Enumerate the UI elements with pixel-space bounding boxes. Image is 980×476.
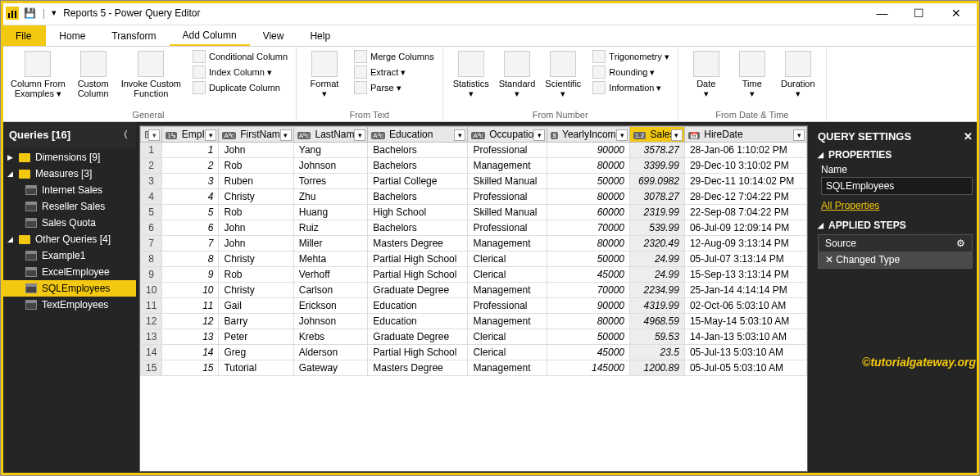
tab-transform[interactable]: Transform [98, 25, 169, 46]
query-name-input[interactable] [821, 177, 973, 195]
dropdown-icon[interactable]: ▾ [148, 129, 160, 141]
cell-lastname[interactable]: Johnson [293, 314, 368, 329]
cell-lastname[interactable]: Torres [293, 174, 368, 189]
cell-firstname[interactable]: John [219, 143, 293, 158]
cell-occupation[interactable]: Clerical [468, 252, 547, 267]
caret-icon[interactable]: ◢ [818, 151, 823, 159]
cell-occupation[interactable]: Management [468, 283, 547, 298]
cell-lastname[interactable]: Johnson [293, 158, 368, 174]
cell-empid[interactable]: 3 [162, 174, 219, 189]
filter-dropdown-icon[interactable]: ▾ [280, 129, 292, 141]
cell-hiredate[interactable]: 29-Dec-11 10:14:02 PM [684, 174, 806, 189]
row-number[interactable]: 12 [141, 314, 162, 329]
tab-home[interactable]: Home [46, 25, 98, 46]
cell-lastname[interactable]: Mehta [293, 252, 368, 267]
cell-yearlyincome[interactable]: 50000 [547, 329, 630, 345]
row-number[interactable]: 8 [141, 252, 162, 267]
cell-sales[interactable]: 2319.99 [630, 205, 685, 220]
cell-yearlyincome[interactable]: 80000 [547, 236, 630, 252]
qat-dropdown[interactable]: ▾ [52, 7, 57, 18]
table-row[interactable]: 66JohnRuizBachelorsProfessional70000539.… [141, 220, 807, 236]
data-table[interactable]: ⊞▾1²₃ EmpID▾Aᴮc FirstName▾Aᴮc LastName▾A… [140, 126, 807, 376]
row-number[interactable]: 10 [141, 283, 162, 298]
table-row[interactable]: 44ChristyZhuBachelorsProfessional8000030… [141, 189, 807, 205]
cell-empid[interactable]: 4 [162, 189, 219, 205]
cell-firstname[interactable]: Christy [219, 283, 293, 298]
queries-collapse-icon[interactable]: 〈 [119, 129, 128, 141]
cell-firstname[interactable]: Rob [219, 205, 293, 220]
cell-lastname[interactable]: Zhu [293, 189, 368, 205]
table-row[interactable]: 33RubenTorresPartial CollegeSkilled Manu… [141, 174, 807, 189]
cell-occupation[interactable]: Management [468, 360, 547, 376]
column-header-occupation[interactable]: Aᴮc Occupation▾ [468, 127, 547, 143]
cell-occupation[interactable]: Management [468, 314, 547, 329]
filter-dropdown-icon[interactable]: ▾ [454, 129, 465, 141]
cell-sales[interactable]: 2234.99 [630, 283, 685, 298]
table-row[interactable]: 77JohnMillerMasters DegreeManagement8000… [141, 236, 807, 252]
cell-sales[interactable]: 699.0982 [630, 174, 685, 189]
table-row[interactable]: 1010ChristyCarlsonGraduate DegreeManagem… [141, 283, 807, 298]
cell-empid[interactable]: 6 [162, 220, 219, 236]
cell-yearlyincome[interactable]: 90000 [547, 143, 630, 158]
close-button[interactable]: ✕ [937, 2, 974, 25]
row-number[interactable]: 9 [141, 267, 162, 283]
cell-education[interactable]: Bachelors [368, 143, 468, 158]
tab-view[interactable]: View [250, 25, 297, 46]
cell-hiredate[interactable]: 05-Jul-07 3:13:14 PM [684, 252, 806, 267]
table-row[interactable]: 1212BarryJohnsonEducationManagement80000… [141, 314, 807, 329]
cell-occupation[interactable]: Professional [468, 189, 547, 205]
cell-sales[interactable]: 23.5 [630, 345, 685, 360]
cell-education[interactable]: Bachelors [368, 220, 468, 236]
cell-firstname[interactable]: Rob [219, 267, 293, 283]
cell-yearlyincome[interactable]: 50000 [547, 252, 630, 267]
query-item[interactable]: Sales Quota [1, 215, 136, 231]
cell-hiredate[interactable]: 05-Jul-05 5:03:10 AM [684, 360, 806, 376]
filter-dropdown-icon[interactable]: ▾ [533, 129, 545, 141]
maximize-button[interactable]: ☐ [901, 2, 937, 25]
cell-empid[interactable]: 8 [162, 252, 219, 267]
cell-education[interactable]: Partial High School [368, 345, 468, 360]
tab-help[interactable]: Help [297, 25, 343, 46]
table-row[interactable]: 1414GregAldersonPartial High SchoolCleri… [141, 345, 807, 360]
table-row[interactable]: 22RobJohnsonBachelorsManagement800003399… [141, 158, 807, 174]
column-header-yearlyincome[interactable]: $ YearlyIncome▾ [547, 127, 630, 143]
cell-sales[interactable]: 4319.99 [630, 298, 685, 314]
cell-hiredate[interactable]: 02-Oct-06 5:03:10 AM [684, 298, 806, 314]
cell-occupation[interactable]: Clerical [468, 329, 547, 345]
caret-icon[interactable]: ◢ [818, 221, 823, 229]
cell-education[interactable]: Partial College [368, 174, 468, 189]
row-number[interactable]: 14 [141, 345, 162, 360]
cell-firstname[interactable]: Barry [219, 314, 293, 329]
cell-education[interactable]: Bachelors [368, 189, 468, 205]
standard-button[interactable]: Standard ▾ [494, 49, 541, 100]
fold-icon[interactable]: ▶ [7, 153, 14, 161]
cell-yearlyincome[interactable]: 70000 [547, 220, 630, 236]
cell-lastname[interactable]: Carlson [293, 283, 368, 298]
settings-close-icon[interactable]: ✕ [964, 130, 973, 143]
table-row[interactable]: 1111GailEricksonEducationProfessional900… [141, 298, 807, 314]
row-number[interactable]: 15 [141, 360, 162, 376]
applied-step[interactable]: ✕ Changed Type [819, 252, 972, 268]
table-row[interactable]: 55RobHuangHigh SchoolSkilled Manual60000… [141, 205, 807, 220]
date-button[interactable]: Date ▾ [683, 49, 729, 100]
all-properties-link[interactable]: All Properties [821, 200, 879, 211]
invoke-custom-fn-button[interactable]: Invoke Custom Function [116, 49, 186, 100]
cell-education[interactable]: Partial High School [368, 252, 468, 267]
file-tab[interactable]: File [1, 25, 46, 46]
format-button[interactable]: Format ▾ [302, 49, 347, 100]
cell-firstname[interactable]: Christy [219, 252, 293, 267]
row-number[interactable]: 5 [141, 205, 162, 220]
cell-lastname[interactable]: Ruiz [293, 220, 368, 236]
table-row[interactable]: 88ChristyMehtaPartial High SchoolClerica… [141, 252, 807, 267]
cell-yearlyincome[interactable]: 70000 [547, 283, 630, 298]
cell-lastname[interactable]: Krebs [293, 329, 368, 345]
query-item[interactable]: ExcelEmployee [1, 264, 136, 280]
table-row[interactable]: 1313PeterKrebsGraduate DegreeClerical500… [141, 329, 807, 345]
cell-firstname[interactable]: Christy [219, 189, 293, 205]
cell-hiredate[interactable]: 15-Sep-13 3:13:14 PM [684, 267, 806, 283]
cell-sales[interactable]: 4968.59 [630, 314, 685, 329]
cell-firstname[interactable]: Gail [219, 298, 293, 314]
cell-hiredate[interactable]: 15-May-14 5:03:10 AM [684, 314, 806, 329]
cell-occupation[interactable]: Professional [468, 220, 547, 236]
parse-button[interactable]: Parse ▾ [351, 80, 438, 95]
